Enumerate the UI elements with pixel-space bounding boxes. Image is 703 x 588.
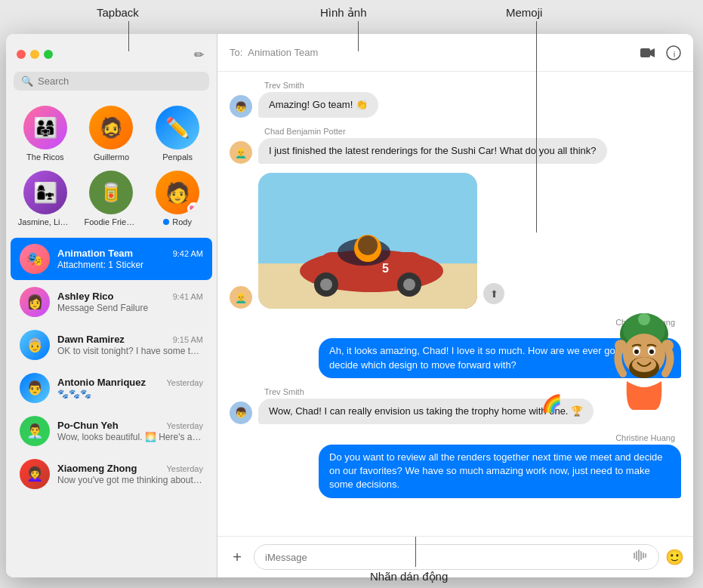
sender-christine-1: Christine Huang [230,318,681,327]
jasmine-name: Jasmine, Liz &... [18,217,72,226]
svg-marker-1 [650,48,655,57]
msg-row-4: Ah, it looks amazing, Chad! I love it so… [230,338,681,377]
msg-bubble-4: Ah, it looks amazing, Chad! I love it so… [319,338,681,377]
pinned-contact-jasmine[interactable]: 👩‍👧 Jasmine, Liz &... [14,168,77,229]
xiaomeng-preview: Now you've got me thinking about my next… [57,475,203,485]
rody-heart-badge: 💗 [187,202,199,214]
message-group-3: 👨‍🦲 GO! BAM! [230,173,681,309]
message-input[interactable] [265,552,630,563]
search-bar[interactable]: 🔍 [14,72,209,91]
svg-rect-28 [634,553,635,559]
svg-rect-33 [645,553,646,558]
svg-rect-0 [640,48,650,57]
message-group-2: Chad Benjamin Potter 👨‍🦲 I just finished… [230,127,681,164]
sushi-car-image: GO! BAM! [258,173,477,309]
emoji-button[interactable]: 🙂 [665,548,684,566]
pochun-time: Yesterday [166,421,203,430]
tapback-rainbow: 🌈 [541,393,562,416]
trev-avatar: 👦 [230,95,252,118]
dawn-time: 9:15 AM [173,335,203,344]
pinned-contact-rody[interactable]: 🧑 💗 Rody [146,168,209,229]
antonio-name: Antonio Manriquez [57,377,146,388]
ashley-avatar: 👩 [20,287,50,317]
ashley-name: Ashley Rico [57,291,113,302]
xiaomeng-avatar: 👩‍🦱 [20,459,50,489]
trev-avatar-2: 👦 [230,402,252,424]
msg-bubble-2: I just finished the latest renderings fo… [258,138,607,164]
foodie-name: Foodie Friends [84,217,138,226]
maximize-button[interactable] [44,50,53,59]
info-button[interactable]: i [666,45,681,60]
sidebar: ✏ 🔍 👨‍👩‍👧 The Ricos 🧔 Guillermo ✏️ Penpa… [6,34,217,577]
chat-header: To: Animation Team i [217,34,693,72]
msg-bubble-1: Amazing! Go team! 👏 [258,92,378,118]
compose-button[interactable]: ✏ [191,47,206,62]
svg-rect-32 [643,553,644,559]
add-attachment-button[interactable]: + [227,546,248,568]
traffic-lights [17,50,53,59]
chat-to: To: Animation Team [230,47,321,58]
close-button[interactable] [17,50,26,59]
sushi-car-bubble: GO! BAM! [258,173,477,309]
antonio-time: Yesterday [166,378,203,387]
conversation-item-dawn[interactable]: 👵 Dawn Ramirez 9:15 AM OK to visit tonig… [11,324,212,366]
sender-chad: Chad Benjamin Potter [230,127,681,136]
conversation-item-antonio[interactable]: 👨 Antonio Manriquez Yesterday 🐾🐾🐾 [11,367,212,409]
message-group-6: Christine Huang Do you want to review al… [230,433,681,498]
svg-rect-30 [638,550,640,562]
search-input[interactable] [38,75,202,87]
xiaomeng-info: Xiaomeng Zhong Yesterday Now you've got … [57,463,203,485]
conversation-item-ashley[interactable]: 👩 Ashley Rico 9:41 AM Message Send Failu… [11,281,212,323]
app-window: ✏ 🔍 👨‍👩‍👧 The Ricos 🧔 Guillermo ✏️ Penpa… [6,34,693,577]
conversation-item-animation-team[interactable]: 🎭 Animation Team 9:42 AM Attachment: 1 S… [11,238,212,280]
sender-christine-2: Christine Huang [230,433,681,442]
ashley-preview: Message Send Failure [57,303,203,313]
pinned-contact-the-ricos[interactable]: 👨‍👩‍👧 The Ricos [14,103,77,165]
chad-avatar-2: 👨‍🦲 [230,286,252,309]
guillermo-avatar: 🧔 [89,106,133,149]
share-button[interactable]: ⬆ [483,283,504,304]
dawn-avatar: 👵 [20,330,50,360]
antonio-avatar: 👨 [20,373,50,403]
animation-team-time: 9:42 AM [173,249,203,258]
pochun-info: Po-Chun Yeh Yesterday Wow, looks beautif… [57,420,203,442]
msg-row-6: Do you want to review all the renders to… [230,445,681,498]
animation-team-info: Animation Team 9:42 AM Attachment: 1 Sti… [57,248,203,270]
input-bar: + 🙂 [217,536,693,577]
animation-team-name: Animation Team [57,248,133,259]
message-group-5: Trev Smith 👦 Wow, Chad! I can really env… [230,387,681,424]
conversation-item-xiaomeng[interactable]: 👩‍🦱 Xiaomeng Zhong Yesterday Now you've … [11,453,212,495]
the-ricos-avatar: 👨‍👩‍👧 [23,106,67,149]
dawn-preview: OK to visit tonight? I have some things … [57,346,203,356]
search-icon: 🔍 [21,75,33,87]
svg-text:5: 5 [382,262,389,275]
foodie-avatar: 🥫 [89,171,133,214]
antonio-preview: 🐾🐾🐾 [57,389,203,399]
to-name: Animation Team [248,47,318,58]
tapback-label: Tapback [97,6,139,19]
pochun-preview: Wow, looks beautiful. 🌅 Here's a photo o… [57,432,203,442]
svg-text:i: i [674,49,676,58]
conversation-item-pochun[interactable]: 👨‍💼 Po-Chun Yeh Yesterday Wow, looks bea… [11,410,212,452]
video-call-button[interactable] [640,45,655,60]
message-group-1: Trev Smith 👦 Amazing! Go team! 👏 [230,81,681,118]
antonio-info: Antonio Manriquez Yesterday 🐾🐾🐾 [57,377,203,399]
audio-button[interactable] [633,550,648,565]
pinned-contact-penpals[interactable]: ✏️ Penpals [146,103,209,165]
hinh-anh-label: Hình ảnh [320,6,367,20]
memoji-label: Memoji [506,6,542,19]
guillermo-name: Guillermo [94,152,129,162]
minimize-button[interactable] [30,50,39,59]
msg-bubble-5: Wow, Chad! I can really envision us taki… [258,399,594,424]
pochun-name: Po-Chun Yeh [57,420,119,431]
sender-trev-1: Trev Smith [230,81,681,90]
conversation-list: 🎭 Animation Team 9:42 AM Attachment: 1 S… [6,237,217,577]
message-input-wrapper [254,544,659,570]
jasmine-avatar: 👩‍👧 [23,171,67,214]
sender-trev-2: Trev Smith [230,387,681,396]
message-group-4: Ah, it looks amazing, Chad! I love it so… [230,338,681,377]
pinned-contact-foodie-friends[interactable]: 🥫 Foodie Friends [80,168,143,229]
pinned-contacts: 👨‍👩‍👧 The Ricos 🧔 Guillermo ✏️ Penpals 👩… [6,98,217,237]
sidebar-titlebar: ✏ [6,34,217,72]
pinned-contact-guillermo[interactable]: 🧔 Guillermo [80,103,143,165]
